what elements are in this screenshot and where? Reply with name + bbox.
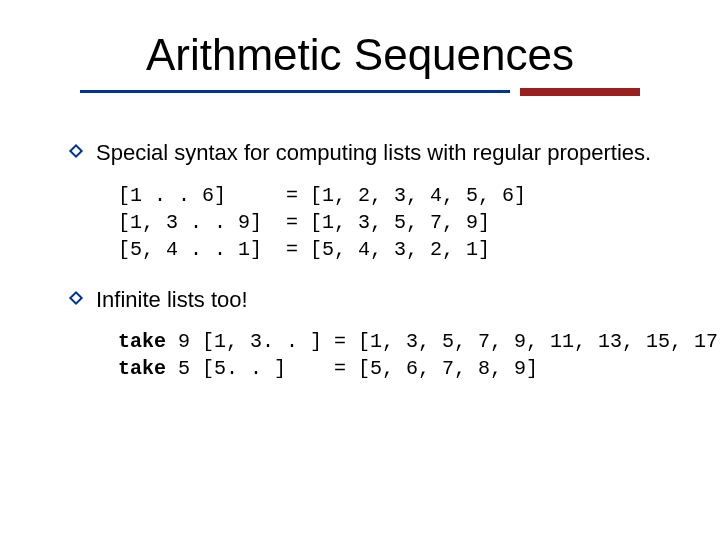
bullet-2: Infinite lists too! — [68, 285, 680, 315]
code-block-2: take 9 [1, 3. . ] = [1, 3, 5, 7, 9, 11, … — [118, 328, 680, 382]
code-line: [1 . . 6] = [1, 2, 3, 4, 5, 6] — [118, 184, 526, 207]
code-line: [5, 4 . . 1] = [5, 4, 3, 2, 1] — [118, 238, 490, 261]
code-keyword: take — [118, 357, 166, 380]
code-keyword: take — [118, 330, 166, 353]
page-title: Arithmetic Sequences — [146, 30, 574, 80]
diamond-bullet-icon — [68, 290, 84, 306]
bullet-2-text: Infinite lists too! — [96, 285, 248, 315]
slide: Arithmetic Sequences Special syntax for … — [0, 0, 720, 540]
bullet-1-text: Special syntax for computing lists with … — [96, 138, 651, 168]
code-line: 9 [1, 3. . ] = [1, 3, 5, 7, 9, 11, 13, 1… — [166, 330, 720, 353]
diamond-bullet-icon — [68, 143, 84, 159]
bullet-1: Special syntax for computing lists with … — [68, 138, 680, 168]
rule-thick — [520, 88, 640, 96]
code-line: 5 [5. . ] = [5, 6, 7, 8, 9] — [166, 357, 538, 380]
code-block-1: [1 . . 6] = [1, 2, 3, 4, 5, 6] [1, 3 . .… — [118, 182, 680, 263]
title-wrap: Arithmetic Sequences — [40, 30, 680, 110]
code-line: [1, 3 . . 9] = [1, 3, 5, 7, 9] — [118, 211, 490, 234]
svg-rect-1 — [70, 292, 81, 303]
svg-rect-0 — [70, 145, 81, 156]
rule-thin — [80, 90, 510, 93]
title-underline — [80, 90, 640, 110]
